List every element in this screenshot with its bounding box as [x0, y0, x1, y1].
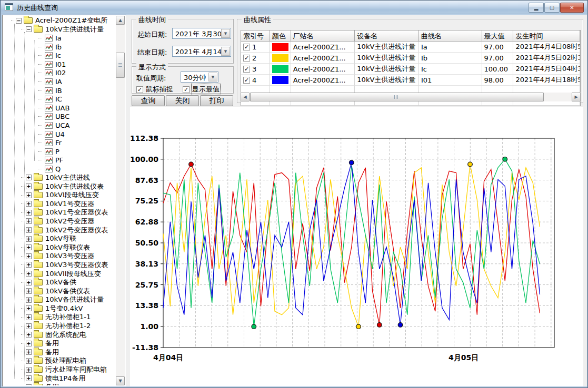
tree-item-curve[interactable]: UCA [38, 121, 115, 130]
tree-expander-icon[interactable]: + [26, 201, 32, 207]
tree-item-curve[interactable]: I02 [38, 69, 115, 78]
end-date-picker[interactable]: 2021年 4月14 ▼ [172, 46, 231, 57]
table-header-cell[interactable]: 索引号 [241, 30, 270, 42]
tree-item-folder[interactable]: +10kV1号变压器仪表 [21, 208, 115, 217]
tree-item-folder[interactable]: +无功补偿柜1-1 [21, 313, 115, 322]
tree-expander-icon[interactable]: + [26, 218, 32, 224]
tree-expander-icon[interactable]: + [26, 192, 32, 198]
mouse-capture-checkbox[interactable]: ✓ 鼠标捕捉 [136, 85, 173, 94]
tree-expander-icon[interactable]: + [26, 349, 32, 355]
tree-item-curve[interactable]: Ib [38, 43, 115, 52]
tree-scroll-thumb[interactable] [116, 53, 125, 78]
period-dropdown-icon[interactable]: ▼ [208, 73, 217, 81]
table-row[interactable]: ✓2Acrel-2000Z1...10kV主供进线计量Ib97.002021年4… [241, 53, 580, 64]
tree-expander-icon[interactable]: + [26, 375, 32, 381]
checkbox-check-icon[interactable]: ✓ [136, 86, 143, 93]
tree-item-curve[interactable]: PF [38, 156, 115, 165]
tree-expander-icon[interactable]: + [26, 253, 32, 259]
table-row[interactable]: ✓1Acrel-2000Z1...10kV主供进线计量Ia97.002021年4… [241, 42, 580, 53]
end-date-dropdown-icon[interactable]: ▼ [221, 47, 230, 56]
tree-expander-icon[interactable]: − [26, 26, 32, 32]
tree-expander-icon[interactable]: − [16, 18, 22, 24]
table-header-cell[interactable]: 最大值 [482, 30, 514, 42]
tree-item-folder[interactable]: +10kV备供 [21, 278, 115, 287]
tree-item-folder[interactable]: +污水处理车间配电箱 [21, 365, 115, 374]
tree-expander-icon[interactable]: + [26, 210, 32, 216]
table-header-cell[interactable]: 颜色 [270, 30, 291, 42]
tree-item-curve[interactable]: Ic [38, 51, 115, 60]
tree-item-folder[interactable]: +10kV3号变压器 [21, 252, 115, 261]
tree-item-folder[interactable]: +10kVI段母线压变 [21, 191, 115, 200]
tree-item-curve[interactable]: U4 [38, 130, 115, 139]
tree-item-folder[interactable]: +无功补偿柜1-2 [21, 322, 115, 331]
period-select[interactable]: 30分钟 ▼ [181, 72, 218, 83]
row-checkbox[interactable]: ✓ [243, 66, 250, 73]
tree-expander-icon[interactable]: + [26, 305, 32, 311]
table-scroll-thumb[interactable] [250, 93, 544, 101]
table-row[interactable]: ✓3Acrel-2000Z1...10kV主供进线计量Ic100.002021年… [241, 64, 580, 75]
tree-item-folder[interactable]: +馈电1P4备用 [21, 374, 115, 383]
tree-item-folder[interactable]: +备用 [21, 339, 115, 348]
print-button[interactable]: 打印 [200, 95, 233, 106]
tree-expander-icon[interactable]: + [26, 262, 32, 268]
tree-item-folder[interactable]: +固化系统配电 [21, 330, 115, 339]
tree-item-curve[interactable]: UAB [38, 104, 115, 113]
tree-item-curve[interactable]: Q [38, 165, 115, 173]
tree-expander-icon[interactable]: + [26, 297, 32, 303]
tree-item-curve[interactable]: IA [38, 77, 115, 86]
tree-expander-icon[interactable]: + [26, 244, 32, 250]
tree-item-folder[interactable]: +10kV备供进线计量 [21, 295, 115, 304]
tree-item-folder[interactable]: +备用 [21, 348, 115, 357]
tree-vertical-scrollbar[interactable]: ▲ ▼ [116, 16, 125, 385]
tree-item-curve[interactable]: IB [38, 86, 115, 95]
tree-item-folder[interactable]: +10kV3号变压器仪表 [21, 261, 115, 270]
checkbox-check-icon[interactable]: ✓ [183, 86, 190, 93]
minimize-button-icon[interactable]: ▂ [529, 3, 544, 13]
tree-item-folder[interactable]: +10kV母联仪表 [21, 243, 115, 252]
row-checkbox[interactable]: ✓ [243, 55, 250, 62]
tree-expander-icon[interactable]: + [26, 288, 32, 294]
tree-item-folder[interactable]: +10kV母联 [21, 234, 115, 243]
tree-item-folder[interactable]: +10kV主供进线仪表 [21, 182, 115, 191]
tree-item-folder[interactable]: +10kVII段母线压变 [21, 269, 115, 278]
table-horizontal-scrollbar[interactable]: ◀ ▶ [241, 93, 581, 101]
tree-expander-icon[interactable]: + [26, 367, 32, 373]
tree-expander-icon[interactable]: + [26, 332, 32, 338]
tree-expander-icon[interactable]: + [26, 183, 32, 189]
tree-expander-icon[interactable]: + [26, 175, 32, 180]
tree-item-folder[interactable]: +10kV2号变压器 [21, 217, 115, 226]
scroll-up-icon[interactable]: ▲ [116, 16, 125, 25]
tree-item-curve[interactable]: I01 [38, 60, 115, 69]
tree-item-curve[interactable]: P [38, 147, 115, 156]
tree-expander-icon[interactable]: + [26, 384, 32, 385]
maximize-button-icon[interactable]: ▢ [544, 3, 560, 13]
tree-item-curve[interactable]: UBC [38, 113, 115, 121]
start-date-dropdown-icon[interactable]: ▼ [221, 29, 230, 38]
table-row[interactable]: ✓4Acrel-2000Z1...10kV主供进线计量I0198.002021年… [241, 75, 580, 86]
tree-item-folder[interactable]: +10kV1号变压器 [21, 199, 115, 208]
tree-item-curve[interactable]: Fr [38, 138, 115, 147]
tree-item-folder[interactable]: +10kV备供仪表 [21, 287, 115, 295]
close-dialog-button[interactable]: 关闭 [166, 95, 199, 106]
tree-expander-icon[interactable]: + [26, 271, 32, 277]
tree-expander-icon[interactable]: + [26, 314, 32, 320]
row-checkbox[interactable]: ✓ [243, 44, 250, 50]
table-header-cell[interactable]: 厂站名 [291, 30, 355, 42]
table-header-cell[interactable]: 设备名 [355, 30, 419, 42]
tree-expander-icon[interactable]: + [26, 323, 32, 329]
history-curve-chart[interactable]: 112.38100.0087.6375.2562.8850.5038.1325.… [130, 107, 583, 386]
tree-item-folder[interactable]: +备用 [21, 383, 115, 385]
table-header-cell[interactable]: 曲线名 [419, 30, 482, 42]
tree-expander-icon[interactable]: + [26, 280, 32, 285]
tree-item-folder[interactable]: +1号变0.4kV [21, 304, 115, 313]
scroll-right-icon[interactable]: ▶ [572, 93, 581, 101]
query-button[interactable]: 查询 [132, 95, 165, 106]
tree-item-curve[interactable]: Ia [38, 34, 115, 43]
tree-item-folder[interactable]: +预处理配电箱 [21, 356, 115, 365]
show-extremes-checkbox[interactable]: ✓ 显示最值 [183, 85, 220, 94]
scroll-down-icon[interactable]: ▼ [116, 376, 125, 385]
tree-expander-icon[interactable]: + [26, 236, 32, 242]
tree-expander-icon[interactable]: + [26, 358, 32, 364]
tree-item-folder[interactable]: −Acrel-2000Z1#变电所 [11, 16, 115, 25]
tree-expander-icon[interactable]: + [26, 227, 32, 233]
